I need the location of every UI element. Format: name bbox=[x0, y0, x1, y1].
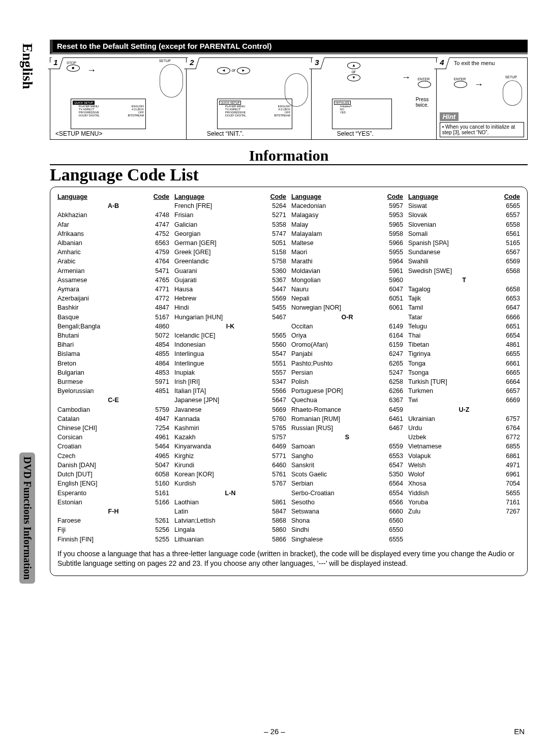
group-fh: F-H bbox=[57, 507, 169, 516]
lang-row: Albanian6563 bbox=[57, 238, 169, 248]
lang-row: Galician5358 bbox=[174, 220, 286, 229]
step-4: 4 To exit the menu ENTER → SETUP Hint • … bbox=[437, 58, 527, 139]
lang-row: Shona6560 bbox=[291, 516, 403, 525]
lang-row: Nepali6051 bbox=[291, 294, 403, 303]
lang-row: Tajik6653 bbox=[408, 294, 520, 303]
lang-row: Spanish [SPA]5165 bbox=[408, 238, 520, 248]
language-code-list-heading: Language Code List bbox=[50, 165, 528, 185]
lang-row: Frisian5271 bbox=[174, 210, 286, 220]
lang-row: Singhalese6555 bbox=[291, 535, 403, 544]
steps-row: 1 STOP ■ → SETUP <SETUP MENU> QUICK SETU… bbox=[50, 57, 528, 140]
lang-row: Cambodian5759 bbox=[57, 405, 169, 414]
quick-setup-tab: QUICK SETUP bbox=[219, 101, 241, 105]
lang-row: Yoruba7161 bbox=[408, 498, 520, 507]
lang-row: Malayalam5958 bbox=[291, 229, 403, 238]
lang-row: Tigrinya6655 bbox=[408, 349, 520, 358]
mini-menu-row: YES bbox=[334, 111, 390, 114]
lang-row: Abkhazian4748 bbox=[57, 210, 169, 220]
lang-row: Latin5847 bbox=[174, 507, 286, 516]
lang-row: Assamese4765 bbox=[57, 276, 169, 285]
lang-row: Setswana6660 bbox=[291, 507, 403, 516]
lang-row: Wolof6961 bbox=[408, 470, 520, 479]
lang-row: Javanese5669 bbox=[174, 405, 286, 414]
lang-row: Serbo-Croatian6554 bbox=[291, 489, 403, 498]
lang-row: Bhutani5072 bbox=[57, 331, 169, 340]
group-t: T bbox=[408, 276, 520, 285]
lang-row: Panjabi6247 bbox=[291, 349, 403, 358]
lang-row: Serbian6564 bbox=[291, 479, 403, 488]
group-ik: I-K bbox=[174, 322, 286, 331]
lang-row: Sesotho6566 bbox=[291, 498, 403, 507]
lang-row: Tamil6647 bbox=[408, 303, 520, 312]
page-content: Reset to the Default Setting (except for… bbox=[50, 40, 528, 576]
step-2: 2 ◄ or ► Select “INIT.”. QUICK SETUP PLA… bbox=[187, 58, 312, 139]
remote-icon bbox=[160, 64, 183, 98]
col-header-code: Code bbox=[270, 192, 286, 201]
lang-row: Tsonga6665 bbox=[408, 368, 520, 377]
language-note: If you choose a language that has a thre… bbox=[57, 549, 520, 568]
lang-row: Czech4965 bbox=[57, 451, 169, 461]
lang-row: Indonesian5560 bbox=[174, 340, 286, 349]
lang-row: Corsican4961 bbox=[57, 433, 169, 442]
lang-row: Korean [KOR]5761 bbox=[174, 470, 286, 479]
lang-row: Arabic4764 bbox=[57, 257, 169, 266]
lang-row: Kirundi6460 bbox=[174, 461, 286, 470]
col-header-language: Language bbox=[291, 192, 321, 201]
lang-row: Portuguese [POR]6266 bbox=[291, 386, 403, 396]
lang-row: Interlingue5551 bbox=[174, 359, 286, 368]
lang-row: Estonian5166 bbox=[57, 498, 169, 507]
lang-row: Dutch [DUT]6058 bbox=[57, 470, 169, 479]
lang-row: Macedonian5957 bbox=[291, 201, 403, 210]
lang-row: Aymara4771 bbox=[57, 285, 169, 294]
initialize-tab: INITIALIZE bbox=[334, 101, 351, 105]
enter-button-icon bbox=[418, 81, 431, 88]
lang-row: Yiddish5655 bbox=[408, 489, 520, 498]
lang-row: Afrikaans4752 bbox=[57, 229, 169, 238]
col-header-code: Code bbox=[154, 192, 169, 201]
section-bar: Reset to the Default Setting (except for… bbox=[50, 40, 528, 54]
group-s: S bbox=[291, 433, 403, 442]
lang-row: Azerbaijani4772 bbox=[57, 294, 169, 303]
mini-screen-3: INITIALIZE Initialize?NOYES bbox=[332, 99, 392, 129]
lang-row: Byelorussian4851 bbox=[57, 386, 169, 396]
lang-row: English [ENG]5160 bbox=[57, 479, 169, 488]
lang-row: Maori5955 bbox=[291, 248, 403, 257]
lang-row: Nauru6047 bbox=[291, 285, 403, 294]
lang-col-3: LanguageCode Macedonian5957Malagasy5953M… bbox=[291, 192, 403, 544]
enter-button-icon bbox=[454, 81, 467, 88]
lang-row: Rhaeto-Romance6459 bbox=[291, 405, 403, 414]
lang-row: Zulu7267 bbox=[408, 507, 520, 516]
lang-row: Malagasy5953 bbox=[291, 210, 403, 220]
enter-label: ENTER bbox=[454, 77, 466, 81]
information-heading: Information bbox=[50, 147, 528, 165]
lang-row: Volapuk6861 bbox=[408, 451, 520, 461]
lang-row: Kannada5760 bbox=[174, 414, 286, 424]
lang-row: Danish [DAN]5047 bbox=[57, 461, 169, 470]
lang-row: Xhosa7054 bbox=[408, 479, 520, 488]
col-header-language: Language bbox=[57, 192, 87, 201]
lang-row: Armenian5471 bbox=[57, 266, 169, 276]
lang-row: Oriya6164 bbox=[291, 331, 403, 340]
col-header-language: Language bbox=[174, 192, 204, 201]
lang-col-2: LanguageCode French [FRE]5264Frisian5271… bbox=[174, 192, 286, 544]
lang-row: Moldavian5961 bbox=[291, 266, 403, 276]
lang-row: Sanskrit6547 bbox=[291, 461, 403, 470]
lang-row: Siswat6565 bbox=[408, 201, 520, 210]
side-tab-section: DVD Functions Information bbox=[19, 452, 35, 584]
step-4-caption: To exit the menu bbox=[454, 60, 495, 66]
lang-row: Polish6258 bbox=[291, 377, 403, 386]
lang-row: Romanian [RUM]6461 bbox=[291, 414, 403, 424]
lang-row: Samoan6559 bbox=[291, 442, 403, 451]
lang-row: French [FRE]5264 bbox=[174, 201, 286, 210]
quick-setup-tab: QUICK SETUP bbox=[73, 101, 95, 105]
enter-label: ENTER bbox=[418, 77, 430, 81]
or-label: or bbox=[232, 68, 236, 73]
remote-icon bbox=[503, 80, 522, 106]
stop-label: STOP bbox=[67, 61, 76, 65]
lang-row: Thai6654 bbox=[408, 331, 520, 340]
lang-row: Telugu6651 bbox=[408, 322, 520, 331]
lang-row: Sundanese6567 bbox=[408, 248, 520, 257]
lang-row: Kashmiri5765 bbox=[174, 424, 286, 433]
lang-row: Japanese [JPN]5647 bbox=[174, 396, 286, 405]
lang-row: Hindi5455 bbox=[174, 303, 286, 312]
